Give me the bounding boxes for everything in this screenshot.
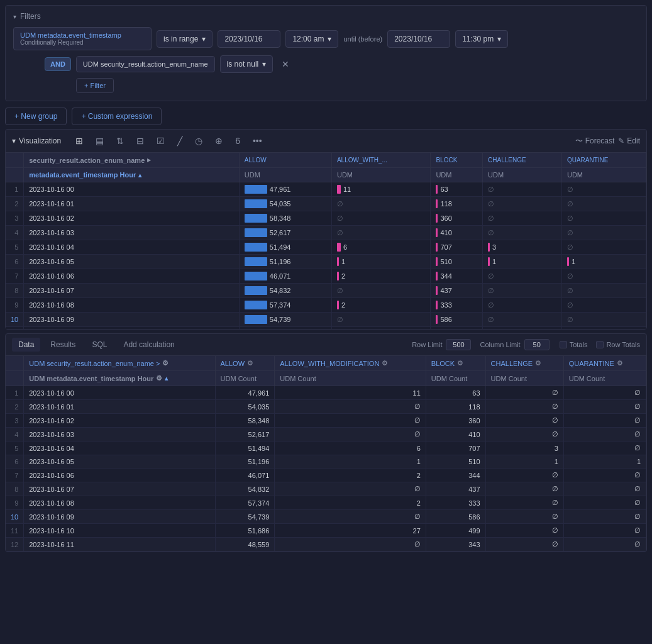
table-row-challenge: 3: [483, 240, 562, 255]
add-filter-button[interactable]: + Filter: [76, 78, 114, 93]
table-row-block: 510: [426, 455, 485, 469]
filter-time-end[interactable]: 11:30 pm ▾: [455, 30, 508, 48]
table-row-block: 437: [431, 284, 483, 298]
bth-allow-count: UDM Count: [215, 371, 275, 386]
table-row-num: 11: [6, 327, 24, 330]
viz-clock-icon[interactable]: ◷: [191, 133, 207, 148]
custom-expression-button[interactable]: + Custom expression: [72, 108, 162, 125]
table-row: 6: [6, 455, 24, 469]
table-row-num: 2: [6, 197, 24, 211]
date-sort-icon[interactable]: ▴: [138, 172, 141, 179]
table-row-allow-with: ∅: [331, 313, 430, 327]
table-row-allow-with: ∅: [331, 197, 430, 211]
row-totals-checkbox[interactable]: [596, 341, 604, 348]
table-row-quarantine: ∅: [563, 428, 646, 441]
table-row-allow-with: 1: [275, 455, 426, 469]
totals-check[interactable]: Totals: [560, 341, 588, 348]
table-row-allow-with: ∅: [275, 400, 426, 414]
viz-bar-chart-icon[interactable]: ▤: [91, 133, 108, 148]
viz-table-icon[interactable]: ⊞: [71, 133, 87, 148]
table-row-date: 2023-10-16 10: [24, 327, 240, 330]
bth-allow: ALLOW ⚙: [215, 356, 275, 371]
bth-challenge-count: UDM Count: [485, 371, 563, 386]
table-row-date: 2023-10-16 02: [24, 414, 215, 428]
viz-number-icon[interactable]: 6: [231, 133, 245, 148]
viz-sort-icon[interactable]: ⇅: [112, 133, 128, 148]
block-gear-icon[interactable]: ⚙: [457, 359, 463, 367]
col1-expand-icon[interactable]: ▸: [147, 156, 151, 164]
new-group-button[interactable]: + New group: [5, 108, 67, 125]
quarantine-gear-icon[interactable]: ⚙: [617, 359, 623, 367]
table-row-allow-with: 11: [331, 182, 430, 197]
filter-remove-button-2[interactable]: ✕: [278, 58, 293, 70]
table-row: 2: [6, 400, 24, 414]
th-allow-udm: UDM: [239, 168, 331, 182]
table-row-allow: 52,617: [239, 226, 331, 240]
table-row-date: 2023-10-16 07: [24, 482, 215, 496]
filter-operator-2[interactable]: is not null ▾: [220, 55, 274, 73]
table-row-block: 343: [426, 538, 485, 552]
bottom-tabs: Data Results SQL Add calculation Row Lim…: [6, 334, 646, 356]
table-row-allow-with: 2: [331, 269, 430, 284]
filter-time-start[interactable]: 12:00 am ▾: [285, 30, 338, 48]
allow-with-gear-icon[interactable]: ⚙: [382, 359, 388, 367]
row-limit-value[interactable]: 500: [446, 339, 471, 350]
viz-filter-icon[interactable]: ⊟: [132, 133, 148, 148]
edit-button[interactable]: ✎ Edit: [618, 136, 640, 145]
row-totals-check[interactable]: Row Totals: [596, 341, 640, 348]
table-row-challenge: ∅: [483, 211, 562, 226]
viz-line-icon[interactable]: ╱: [173, 133, 187, 148]
col1-gear-icon[interactable]: ⚙: [162, 359, 169, 367]
th-block-udm: UDM: [431, 168, 483, 182]
table-row-allow-with: ∅: [275, 414, 426, 428]
table-row-allow-with: 11: [275, 386, 426, 400]
bth-block: BLOCK ⚙: [426, 356, 485, 371]
table-row-allow: 51,494: [215, 441, 275, 455]
table-row-quarantine: ∅: [563, 441, 646, 455]
table-row: 4: [6, 428, 24, 441]
and-badge: AND: [45, 57, 71, 71]
viz-location-icon[interactable]: ⊕: [211, 133, 227, 148]
table-row-challenge: ∅: [483, 226, 562, 240]
filter-operator-1[interactable]: is in range ▾: [157, 30, 213, 48]
date-sort-asc-icon[interactable]: ▴: [165, 375, 168, 382]
tab-data[interactable]: Data: [12, 338, 40, 352]
allow-gear-icon[interactable]: ⚙: [247, 359, 253, 367]
table-row-allow: 57,374: [239, 298, 331, 313]
table-row-num: 1: [6, 182, 24, 197]
challenge-gear-icon[interactable]: ⚙: [535, 359, 541, 367]
col-limit-value[interactable]: 50: [524, 339, 550, 350]
table-row-date: 2023-10-16 05: [24, 455, 215, 469]
tab-results[interactable]: Results: [44, 338, 82, 352]
tab-sql[interactable]: SQL: [86, 338, 113, 352]
table-row-block: 333: [426, 496, 485, 510]
time-dropdown-icon: ▾: [328, 35, 331, 43]
filter-field-name-1: UDM metadata.event_timestamp: [20, 31, 145, 39]
table-row-allow: 57,374: [215, 496, 275, 510]
th-block: BLOCK: [431, 153, 483, 168]
table-row-allow-with: ∅: [275, 428, 426, 441]
filter-date-start[interactable]: 2023/10/16: [218, 30, 280, 48]
table-row-challenge: ∅: [485, 414, 563, 428]
table-row-date: 2023-10-16 00: [24, 386, 215, 400]
table-row-block: 499: [426, 524, 485, 538]
th-challenge-udm: UDM: [483, 168, 562, 182]
table-row-quarantine: ∅: [561, 182, 646, 197]
viz-collapse-icon[interactable]: ▾: [12, 136, 16, 145]
table-row-block: 410: [426, 428, 485, 441]
table-row-allow: 51,196: [215, 455, 275, 469]
filter-date-end[interactable]: 2023/10/16: [387, 30, 450, 48]
table-row-quarantine: ∅: [561, 197, 646, 211]
table-row-date: 2023-10-16 08: [24, 298, 240, 313]
forecast-button[interactable]: 〜 Forecast: [575, 136, 615, 147]
col-limit-label: Column Limit: [480, 341, 520, 348]
tab-add-calc[interactable]: Add calculation: [117, 338, 180, 352]
table-row-num: 4: [6, 226, 24, 240]
viz-check-icon[interactable]: ☑: [152, 133, 169, 148]
viz-more-icon[interactable]: •••: [248, 133, 267, 148]
table-row: 3: [6, 414, 24, 428]
date-gear-icon[interactable]: ⚙: [156, 374, 162, 382]
totals-checkbox[interactable]: [560, 341, 567, 348]
table-row-challenge: 1: [485, 455, 563, 469]
filters-collapse-icon[interactable]: ▾: [13, 13, 16, 20]
